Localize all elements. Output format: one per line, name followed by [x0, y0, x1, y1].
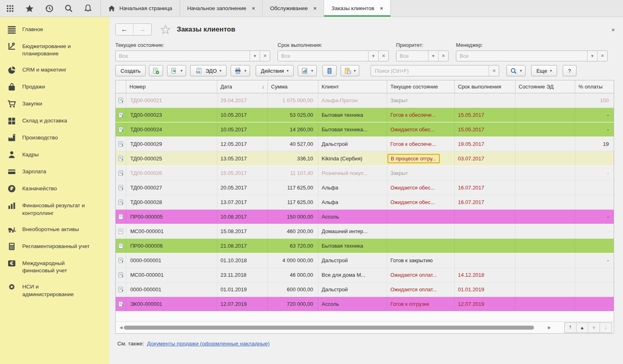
cell-edo-state[interactable] — [515, 122, 575, 137]
cell-status[interactable] — [387, 224, 455, 238]
search-icon[interactable] — [64, 4, 73, 13]
cell-date[interactable]: 20.05.2017 — [217, 181, 268, 195]
cell-sum[interactable]: 460 200,00 — [268, 224, 318, 238]
cell-number[interactable]: ТД00-000029 — [126, 137, 217, 151]
search-input[interactable] — [371, 65, 489, 76]
cell-date[interactable]: 23.11.2018 — [217, 268, 268, 282]
sidebar-item-euro[interactable]: €Международный финансовый учет — [0, 255, 109, 278]
cell-status[interactable]: Ожидается оплат... — [387, 268, 455, 282]
table-row[interactable]: ТД00-00002410.05.201714 260,00Бытовая те… — [116, 122, 614, 137]
actions-button[interactable]: Действия▾ — [256, 65, 294, 76]
cell-number[interactable]: 0000-000001 — [126, 282, 217, 297]
cell-doc-icon[interactable] — [116, 253, 126, 267]
cell-client[interactable]: Kikinda (Сербия) — [318, 151, 387, 166]
table-row[interactable]: ТД00-00002720.05.2017117 625,00АльфаОжид… — [116, 181, 614, 195]
clear-icon[interactable]: ✕ — [438, 51, 448, 61]
cell-paid-percent[interactable] — [575, 239, 614, 253]
cell-doc-icon[interactable] — [116, 151, 126, 166]
cell-doc-icon[interactable] — [116, 239, 126, 253]
create-button[interactable]: Создать — [115, 65, 146, 76]
tab-close-icon[interactable]: × — [380, 5, 383, 11]
cell-due-date[interactable]: 12.07.2019 — [455, 297, 515, 311]
column-header-date[interactable]: Дата↓ — [217, 80, 268, 93]
cell-client[interactable]: Ассоль — [318, 297, 387, 311]
cell-status[interactable] — [387, 210, 455, 224]
tab-close-icon[interactable]: × — [314, 5, 317, 11]
cell-due-date[interactable]: 15.05.2017 — [455, 122, 515, 137]
cell-edo-state[interactable] — [515, 195, 575, 209]
cell-due-date[interactable] — [455, 239, 515, 253]
cell-date[interactable]: 01.01.2019 — [217, 282, 268, 297]
cell-status[interactable]: Ожидается обес... — [387, 195, 455, 209]
cell-paid-percent[interactable] — [575, 268, 614, 282]
tab-2[interactable]: Обслуживание× — [263, 0, 324, 17]
cell-edo-state[interactable] — [515, 181, 575, 195]
cell-date[interactable]: 13.07.2017 — [217, 195, 268, 209]
cell-number[interactable]: ПР00-000005 — [126, 210, 217, 224]
scrollbar-track[interactable] — [124, 325, 547, 330]
cell-date[interactable]: 12.07.2019 — [217, 297, 268, 311]
cell-paid-percent[interactable]: - — [575, 122, 614, 137]
cell-date[interactable]: 12.05.2017 — [217, 137, 268, 151]
cell-date[interactable]: 15.08.2017 — [217, 224, 268, 238]
sidebar-item-warehouse[interactable]: Склад и доставка — [0, 112, 109, 129]
cell-client[interactable]: Бытовая техника — [318, 108, 387, 122]
tab-close-icon[interactable]: × — [252, 5, 255, 11]
print-button[interactable]: ▾ — [231, 65, 250, 76]
sidebar-item-calculator[interactable]: Регламентированный учет — [0, 238, 109, 255]
cell-date[interactable]: 10.08.2017 — [217, 210, 268, 224]
go-first-row-button[interactable]: ⤒ — [565, 323, 576, 332]
cell-due-date[interactable] — [455, 93, 515, 107]
cell-due-date[interactable]: 16.07.2017 — [455, 181, 515, 195]
table-row[interactable]: 0000-00000101.10.20184 000 000,00Дальстр… — [116, 253, 614, 268]
cell-due-date[interactable]: 01.01.2019 — [455, 282, 515, 297]
clear-icon[interactable]: ✕ — [260, 51, 270, 61]
table-row[interactable]: МС00-00000115.08.2017460 200,00Домашний … — [116, 224, 614, 239]
copy-button[interactable]: ▾ — [167, 65, 186, 76]
cell-due-date[interactable] — [455, 210, 515, 224]
edo-button[interactable]: ЭДО▾ — [190, 65, 227, 76]
cell-paid-percent[interactable]: - — [575, 210, 614, 224]
cell-paid-percent[interactable] — [575, 297, 614, 311]
cell-client[interactable]: Ассоль — [318, 210, 387, 224]
cell-status[interactable]: Готов к отгрузке — [387, 297, 455, 311]
table-row[interactable]: ТД00-00002310.05.201753 025,00Бытовая те… — [116, 108, 614, 122]
cell-edo-state[interactable] — [515, 93, 575, 107]
cell-paid-percent[interactable] — [575, 195, 614, 209]
column-header-icon[interactable] — [116, 80, 126, 93]
favorites-star-icon[interactable] — [25, 4, 34, 13]
cell-doc-icon[interactable] — [116, 137, 126, 151]
form-close-icon[interactable]: × — [611, 26, 615, 33]
cell-edo-state[interactable] — [515, 253, 575, 267]
sidebar-item-cart[interactable]: Закупки — [0, 95, 109, 112]
cell-status[interactable]: Ожидается оплат... — [387, 282, 455, 297]
tab-home[interactable]: Начальная страница — [101, 0, 180, 17]
cell-number[interactable]: ЭК00-000001 — [126, 297, 217, 311]
column-header-status[interactable]: Текущее состояние — [387, 80, 455, 93]
dropdown-icon[interactable]: ▾ — [428, 51, 438, 61]
cell-doc-icon[interactable] — [116, 122, 126, 137]
sidebar-item-menu[interactable]: Главное — [0, 21, 109, 38]
cell-number[interactable]: ТД00-000027 — [126, 181, 217, 195]
cell-number[interactable]: ТД00-000024 — [126, 122, 217, 137]
create-by-template-button[interactable] — [149, 65, 163, 76]
sidebar-item-ruble[interactable]: ₽Казначейство — [0, 180, 109, 197]
forward-button[interactable]: → — [134, 24, 151, 35]
cell-edo-state[interactable] — [515, 151, 575, 166]
cell-client[interactable]: Бытовая техника — [318, 239, 387, 253]
cell-doc-icon[interactable] — [116, 268, 126, 282]
find-button[interactable]: ▾ — [506, 65, 526, 76]
cell-due-date[interactable]: 15.05.2017 — [455, 108, 515, 122]
cell-due-date[interactable]: 16.07.2017 — [455, 195, 515, 209]
cell-date[interactable]: 01.10.2018 — [217, 253, 268, 267]
list-settings-button[interactable] — [322, 65, 337, 76]
filter-manager-input[interactable]: Все — [456, 51, 587, 61]
column-header-edo[interactable]: Состояние ЭД — [515, 80, 575, 93]
table-row[interactable]: ЭК00-00000112.07.2019720 000,00АссольГот… — [116, 297, 614, 311]
clear-icon[interactable]: ✕ — [378, 51, 388, 61]
cell-client[interactable]: Все для дома М... — [318, 268, 387, 282]
cell-due-date[interactable]: 03.07.2017 — [455, 151, 515, 166]
clear-icon[interactable]: ✕ — [597, 51, 607, 61]
cell-due-date[interactable]: 14.12.2018 — [455, 268, 515, 282]
grid9-menu-icon[interactable] — [6, 4, 15, 13]
